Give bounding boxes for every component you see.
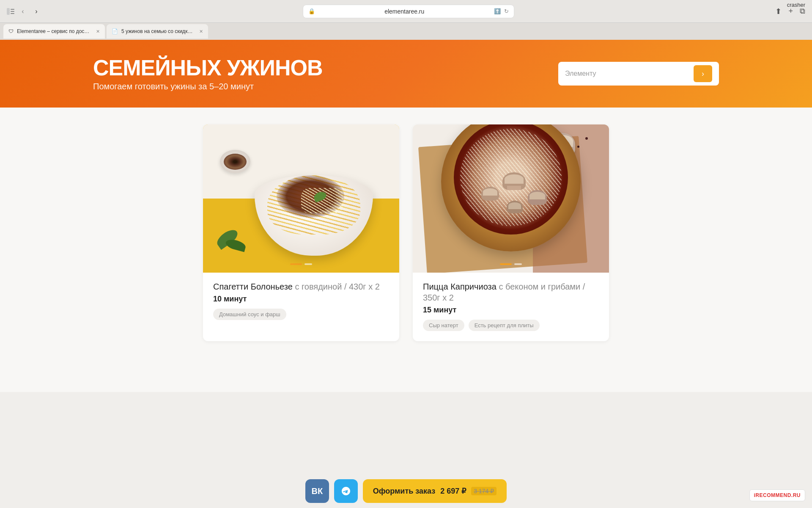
- pizza-indicator-1: [500, 263, 512, 265]
- pizza-time: 15 минут: [423, 306, 599, 315]
- watermark: iRECOMMEND.RU: [749, 489, 806, 501]
- svg-rect-0: [7, 8, 10, 15]
- svg-rect-2: [11, 11, 14, 12]
- vk-button[interactable]: ВК: [305, 479, 329, 503]
- vk-icon: ВК: [311, 486, 323, 496]
- pasta-card: Спагетти Болоньезе с говядиной / 430г х …: [203, 124, 399, 341]
- pasta-indicators: [290, 263, 312, 265]
- pizza-indicator-2: [514, 263, 522, 265]
- svg-rect-1: [11, 9, 14, 10]
- tab-1[interactable]: 🛡 Elementaree – сервис по доставке проду…: [3, 24, 105, 39]
- hero-search-box[interactable]: Элементу ›: [558, 62, 719, 86]
- hero-search-button[interactable]: ›: [694, 65, 712, 82]
- pasta-tags: Домашний соус и фарш: [213, 309, 389, 320]
- tab-1-label: Elementaree – сервис по доставке продукт…: [17, 28, 91, 34]
- pizza-image: [413, 124, 609, 273]
- new-tab-button[interactable]: +: [788, 7, 793, 16]
- food-grid: Спагетти Болоньезе с говядиной / 430г х …: [203, 124, 609, 341]
- pasta-image-container[interactable]: [203, 124, 399, 273]
- pizza-card: Пицца Капричиоза с беконом и грибами / 3…: [413, 124, 609, 341]
- pizza-card-info: Пицца Капричиоза с беконом и грибами / 3…: [413, 273, 609, 341]
- hero-search-text: Элементу: [565, 70, 690, 77]
- order-button-text: Оформить заказ: [373, 487, 435, 496]
- hero-subtitle: Помогаем готовить ужины за 5–20 минут: [93, 82, 322, 91]
- telegram-icon: [341, 486, 351, 496]
- telegram-button[interactable]: [334, 479, 358, 503]
- tab-2-close[interactable]: ✕: [199, 29, 203, 34]
- pizza-tags: Сыр натерт Есть рецепт для плиты: [423, 320, 599, 331]
- address-bar[interactable]: 🔒 elementaree.ru ⬆️ ↻: [303, 5, 514, 18]
- pizza-indicators: [500, 263, 522, 265]
- hero-right: Элементу ›: [558, 62, 719, 86]
- pasta-tag-1: Домашний соус и фарш: [213, 309, 286, 320]
- refresh-icon[interactable]: ↻: [504, 8, 509, 14]
- tab-2[interactable]: 📄 5 ужинов на семью со скидкой | Element…: [107, 24, 208, 39]
- tabs-button[interactable]: ⧉: [800, 7, 805, 16]
- lock-icon: 🔒: [308, 8, 315, 14]
- pasta-time: 10 минут: [213, 295, 389, 304]
- hero-banner: СЕМЕЙНЫХ УЖИНОВ Помогаем готовить ужины …: [0, 40, 812, 108]
- pizza-tag-1: Сыр натерт: [423, 320, 464, 331]
- sidebar-toggle[interactable]: [7, 8, 14, 15]
- order-old-price: 3 174 ₽: [471, 487, 497, 495]
- order-price: 2 697 ₽: [440, 486, 466, 496]
- browser-controls: ‹ ›: [7, 6, 41, 17]
- order-button[interactable]: Оформить заказ 2 697 ₽ 3 174 ₽: [363, 479, 507, 503]
- tab-1-favicon: 🛡: [8, 28, 14, 34]
- address-bar-container: 🔒 elementaree.ru ⬆️ ↻: [47, 5, 770, 18]
- share-button[interactable]: ⬆: [775, 7, 782, 16]
- pizza-tag-2: Есть рецепт для плиты: [469, 320, 540, 331]
- tab-1-close[interactable]: ✕: [96, 29, 100, 34]
- hero-title: СЕМЕЙНЫХ УЖИНОВ: [93, 56, 322, 80]
- pasta-card-info: Спагетти Болоньезе с говядиной / 430г х …: [203, 273, 399, 330]
- back-button[interactable]: ‹: [18, 6, 28, 17]
- crasher-label: crasher: [787, 2, 805, 8]
- bottom-bar: ВК Оформить заказ 2 697 ₽ 3 174 ₽: [0, 474, 812, 508]
- forward-button[interactable]: ›: [31, 6, 41, 17]
- address-text: elementaree.ru: [318, 8, 491, 15]
- hero-text-block: СЕМЕЙНЫХ УЖИНОВ Помогаем готовить ужины …: [93, 56, 322, 91]
- tab-2-label: 5 ужинов на семью со скидкой | Elementar…: [121, 28, 194, 34]
- main-content: Спагетти Болоньезе с говядиной / 430г х …: [0, 108, 812, 392]
- pasta-image: [203, 124, 399, 273]
- share-icon: ⬆️: [494, 8, 501, 14]
- pasta-indicator-2: [304, 263, 312, 265]
- pasta-title: Спагетти Болоньезе с говядиной / 430г х …: [213, 281, 389, 292]
- tab-bar: 🛡 Elementaree – сервис по доставке проду…: [0, 23, 812, 40]
- svg-rect-3: [11, 13, 14, 14]
- browser-chrome: ‹ › 🔒 elementaree.ru ⬆️ ↻ ⬆ + ⧉ crasher: [0, 0, 812, 23]
- pizza-title: Пицца Капричиоза с беконом и грибами / 3…: [423, 281, 599, 303]
- pasta-indicator-1: [290, 263, 302, 265]
- page-content: СЕМЕЙНЫХ УЖИНОВ Помогаем готовить ужины …: [0, 40, 812, 392]
- tab-2-favicon: 📄: [112, 28, 118, 34]
- pizza-image-container[interactable]: [413, 124, 609, 273]
